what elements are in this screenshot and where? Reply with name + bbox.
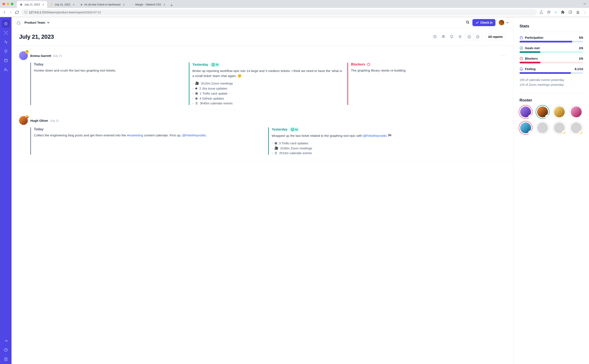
activity-item[interactable]: › ▣ 3 Trello card updates — [272, 141, 502, 145]
roster-avatar[interactable]: ! — [519, 106, 532, 118]
hashtag-link[interactable]: #marketing — [127, 133, 143, 137]
page-title: July 21, 2023 — [19, 33, 54, 40]
browser-tab[interactable]: ✨ July 31, 2023 × — [47, 1, 78, 8]
tab-title: July 21, 2023 — [24, 3, 40, 6]
report-date: July 21 — [50, 119, 59, 122]
site-info-icon[interactable]: ⓘ — [24, 10, 27, 14]
today-text: Hunker down and crush the last two graph… — [34, 68, 185, 73]
activity-item[interactable]: › 🗓 2h15m calendar events — [272, 151, 502, 155]
home-button[interactable] — [16, 20, 22, 26]
activity-item[interactable]: › 🎥 2h15m Zoom meetings — [192, 81, 343, 85]
minimize-window[interactable] — [7, 3, 9, 5]
back-button[interactable] — [2, 10, 6, 14]
roster-avatar[interactable] — [553, 106, 565, 118]
sidepanel-icon[interactable] — [569, 10, 572, 15]
blockers-text: The graphing library needs re-building — [351, 68, 502, 73]
browser-tab[interactable]: 〰 Margin - Tailwind CSS × — [128, 1, 168, 8]
checkin-button[interactable]: Check in — [472, 19, 495, 26]
report-date: July 21 — [53, 54, 62, 58]
sidebar-item-collapse[interactable] — [2, 337, 10, 345]
list-icon[interactable] — [458, 35, 462, 39]
maximize-window[interactable] — [11, 3, 13, 5]
tab-close-icon[interactable]: × — [42, 3, 44, 6]
profile-avatar[interactable] — [576, 10, 580, 14]
svg-point-9 — [442, 35, 443, 36]
mention-link[interactable]: @FelixReynolds — [182, 133, 206, 137]
yesterday-heading: Yesterday — [192, 63, 208, 66]
favicon-icon: ✨ — [50, 3, 53, 6]
author-avatar[interactable]: 🤔 — [19, 51, 28, 60]
sidebar-item-ideas[interactable] — [2, 47, 10, 55]
thumbs-up-icon — [519, 36, 523, 39]
svg-point-3 — [6, 33, 6, 33]
author-name[interactable]: Emma Garrett — [30, 54, 51, 58]
url-path: :5555/teams/product-team/reports/2023-07… — [41, 11, 101, 14]
goals-chip[interactable]: 4x — [289, 127, 299, 132]
chevron-right-icon: › — [192, 82, 193, 85]
react-devtools-icon[interactable]: ⚛ — [555, 11, 557, 14]
team-icon[interactable] — [441, 35, 445, 39]
chevron-right-icon: › — [192, 101, 193, 105]
forward-button[interactable] — [9, 10, 13, 14]
activity-item[interactable]: › ◆ 2 Jira issue updates — [192, 86, 343, 90]
chevron-right-icon: › — [192, 97, 193, 100]
mood-emoji: 🤪 — [25, 115, 29, 119]
bookmark-icon[interactable] — [547, 10, 551, 15]
check-circle-icon — [519, 46, 523, 50]
report-card: 🤔 Emma Garrett July 21 ⋯ Today Hunker do… — [12, 46, 513, 111]
activity-item[interactable]: › 🎥 1h30m Zoom meetings — [272, 146, 502, 150]
sidebar-item-team[interactable] — [2, 66, 10, 74]
share-icon[interactable] — [539, 10, 543, 15]
svg-point-7 — [466, 21, 469, 23]
yesterday-heading: Yesterday — [272, 128, 288, 131]
tab-title: July 31, 2023 — [55, 3, 70, 6]
user-menu[interactable] — [498, 20, 509, 26]
tab-overflow-icon[interactable] — [583, 2, 587, 6]
roster-avatar[interactable]: 🌙 — [553, 122, 565, 134]
reload-button[interactable] — [15, 10, 19, 14]
browser-tab-active[interactable]: ▦ July 21, 2023 × — [17, 1, 47, 8]
new-tab-button[interactable]: + — [168, 3, 175, 8]
prev-day-button[interactable] — [465, 33, 473, 40]
report-menu-icon[interactable]: ⋯ — [501, 53, 506, 58]
tab-close-icon[interactable]: × — [123, 3, 125, 6]
stat-label: Feeling — [525, 67, 536, 71]
search-button[interactable] — [466, 20, 470, 25]
sidebar-item-activity[interactable] — [2, 38, 10, 46]
stat-label: Goals met — [525, 46, 540, 50]
address-bar[interactable]: ⓘ 127.0.0.1:5555/teams/product-team/repo… — [21, 9, 537, 15]
clock-icon[interactable] — [433, 35, 437, 39]
browser-tab[interactable]: ◈ An all new Check-in dashboard × — [78, 1, 128, 8]
author-avatar[interactable]: 🤪 — [19, 116, 28, 125]
roster-avatar[interactable]: ! — [519, 122, 532, 134]
roster-avatar[interactable] — [537, 122, 549, 134]
sidebar-item-dashboard[interactable] — [2, 20, 10, 28]
svg-point-1 — [577, 11, 579, 12]
trello-icon: ▣ — [275, 141, 277, 145]
sidebar-item-help[interactable] — [2, 346, 10, 354]
roster-avatar[interactable]: 🌙 — [570, 122, 582, 134]
roster-avatar[interactable]: ✓ — [537, 106, 549, 118]
activity-item[interactable]: › ◉ 4 GitHub updates — [192, 97, 343, 100]
kebab-menu-icon[interactable]: ⋮ — [583, 11, 587, 14]
chevron-right-icon: › — [272, 151, 273, 155]
activity-item[interactable]: › ▣ 1 Trello card update — [192, 91, 343, 95]
breadcrumb[interactable]: Product Team — [25, 21, 50, 25]
stat-label: Participation — [525, 36, 543, 39]
activity-item[interactable]: › 🗓 3h45m calendar events — [192, 101, 343, 105]
close-window[interactable] — [2, 3, 5, 5]
sidebar-item-org[interactable] — [2, 355, 10, 363]
extensions-icon[interactable] — [561, 10, 565, 15]
goals-chip[interactable]: 3x — [210, 63, 220, 67]
sidebar-item-focus[interactable] — [2, 29, 10, 37]
tab-close-icon[interactable]: × — [73, 3, 74, 6]
next-day-button[interactable] — [473, 33, 482, 40]
author-name[interactable]: Hugh Oliver — [30, 119, 48, 122]
sidebar-item-shop[interactable] — [2, 57, 10, 65]
mention-link[interactable]: @FelixReynolds — [363, 134, 387, 137]
roster-avatar[interactable] — [570, 106, 582, 118]
check-icon — [475, 21, 479, 25]
lightbulb-icon[interactable] — [450, 35, 454, 39]
all-reports-button[interactable]: All reports — [485, 33, 506, 40]
tab-close-icon[interactable]: × — [164, 3, 165, 6]
